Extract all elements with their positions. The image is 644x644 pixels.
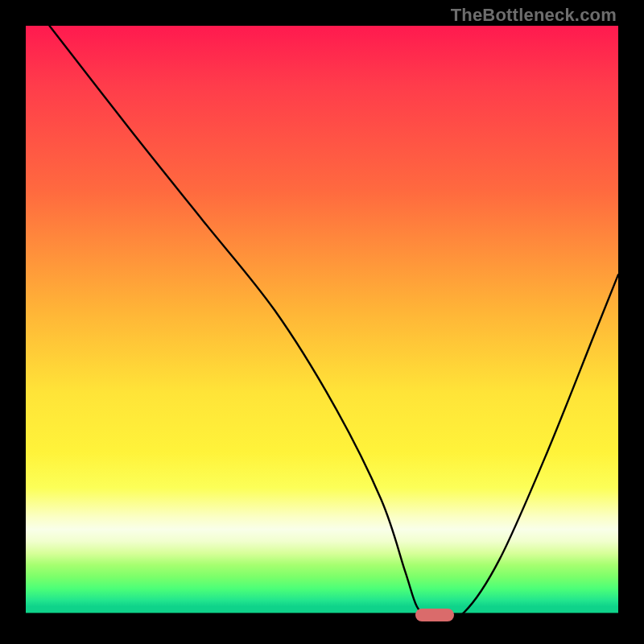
chart-frame: TheBottleneck.com — [0, 0, 644, 644]
plot-area — [26, 26, 618, 618]
optimal-marker — [415, 609, 454, 621]
watermark-text: TheBottleneck.com — [451, 5, 617, 26]
